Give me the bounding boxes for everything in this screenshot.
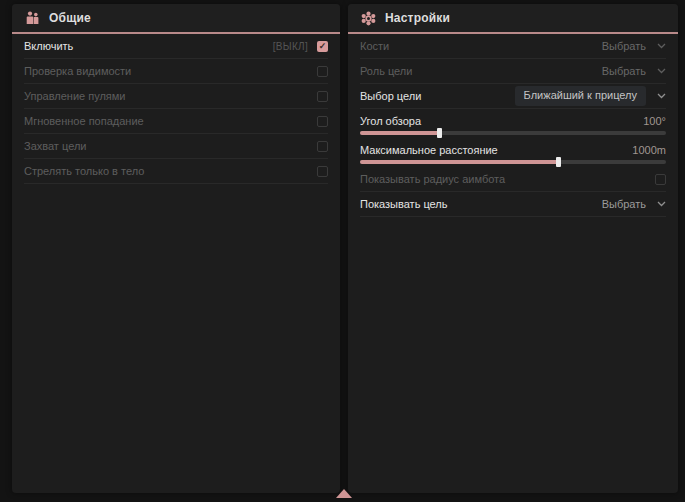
fov-slider[interactable]	[360, 131, 666, 135]
row-label: Стрелять только в тело	[24, 165, 144, 177]
panel-general-header: Общие	[12, 4, 340, 34]
max-distance-slider[interactable]	[360, 160, 666, 164]
row-bones: Кости Выбрать	[360, 34, 666, 59]
target-role-dropdown[interactable]: Выбрать	[602, 65, 666, 77]
row-visibility-check: Проверка видимости	[24, 59, 328, 84]
row-label: Максимальное расстояние	[360, 144, 498, 156]
panel-general: Общие Включить [ВЫКЛ] ✓ Проверка видимос…	[12, 4, 340, 493]
row-label: Роль цели	[360, 65, 412, 77]
row-label: Показывать радиус аимбота	[360, 173, 505, 185]
max-distance-value: 1000m	[632, 144, 666, 156]
panel-settings: Настройки Кости Выбрать Роль цели Выбрат…	[348, 4, 678, 493]
target-selection-dropdown[interactable]: Ближайший к прицелу	[515, 86, 666, 105]
chevron-down-icon	[657, 93, 666, 99]
slider-fill	[360, 160, 559, 164]
dropdown-value: Выбрать	[602, 198, 646, 210]
row-enable: Включить [ВЫКЛ] ✓	[24, 34, 328, 59]
row-instant-hit: Мгновенное попадание	[24, 109, 328, 134]
row-target-lock: Захват цели	[24, 134, 328, 159]
row-label: Включить	[24, 40, 73, 52]
keybind-badge: [ВЫКЛ]	[273, 41, 308, 52]
panel-settings-header: Настройки	[348, 4, 678, 34]
row-label: Показывать цель	[360, 198, 448, 210]
fov-value: 100°	[643, 115, 666, 127]
visibility-check-checkbox[interactable]	[317, 66, 328, 77]
bones-dropdown[interactable]: Выбрать	[602, 40, 666, 52]
row-max-distance: Максимальное расстояние 1000m	[360, 138, 666, 167]
chevron-down-icon	[657, 43, 666, 49]
dropdown-value: Ближайший к прицелу	[515, 86, 646, 105]
row-show-target: Показывать цель Выбрать	[360, 192, 666, 217]
triangle-up-icon[interactable]	[336, 489, 352, 498]
row-label: Захват цели	[24, 140, 86, 152]
row-label: Управление пулями	[24, 90, 126, 102]
enable-checkbox[interactable]: ✓	[317, 41, 328, 52]
gear-icon	[361, 11, 376, 26]
panel-title: Настройки	[385, 11, 450, 25]
slider-handle[interactable]	[556, 157, 561, 167]
instant-hit-checkbox[interactable]	[317, 116, 328, 127]
group-icon	[25, 11, 40, 26]
show-target-dropdown[interactable]: Выбрать	[602, 198, 666, 210]
row-target-role: Роль цели Выбрать	[360, 59, 666, 84]
row-label: Выбор цели	[360, 90, 421, 102]
body-only-checkbox[interactable]	[317, 166, 328, 177]
dropdown-value: Выбрать	[602, 65, 646, 77]
dropdown-value: Выбрать	[602, 40, 646, 52]
row-label: Кости	[360, 40, 389, 52]
chevron-down-icon	[657, 201, 666, 207]
show-aimbot-radius-checkbox[interactable]	[655, 174, 666, 185]
slider-handle[interactable]	[437, 128, 442, 138]
row-target-selection: Выбор цели Ближайший к прицелу	[360, 84, 666, 109]
slider-fill	[360, 131, 440, 135]
bullet-control-checkbox[interactable]	[317, 91, 328, 102]
panel-title: Общие	[49, 11, 91, 25]
row-label: Угол обзора	[360, 115, 421, 127]
target-lock-checkbox[interactable]	[317, 141, 328, 152]
row-fov: Угол обзора 100°	[360, 109, 666, 138]
row-label: Мгновенное попадание	[24, 115, 144, 127]
row-show-aimbot-radius: Показывать радиус аимбота	[360, 167, 666, 192]
row-label: Проверка видимости	[24, 65, 131, 77]
row-body-only: Стрелять только в тело	[24, 159, 328, 184]
row-bullet-control: Управление пулями	[24, 84, 328, 109]
chevron-down-icon	[657, 68, 666, 74]
